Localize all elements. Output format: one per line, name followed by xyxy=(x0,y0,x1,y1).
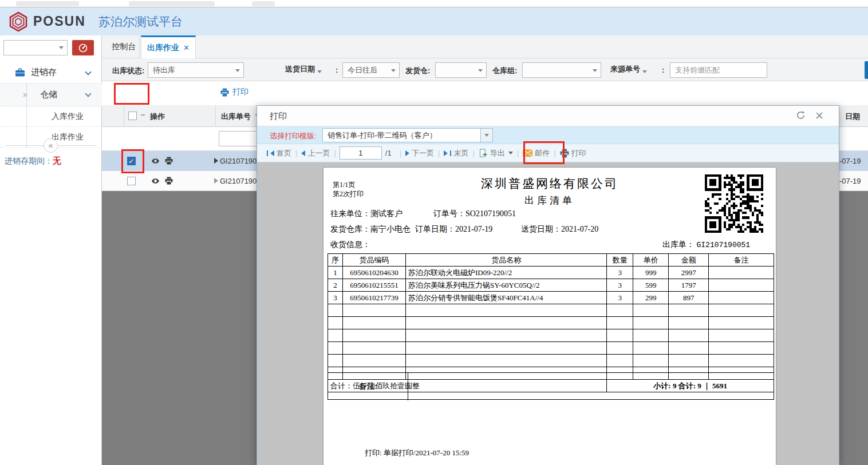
date-field-select[interactable]: 送货日期 xyxy=(285,64,325,74)
prev-page-button[interactable]: 上一页 xyxy=(297,148,334,158)
grid-toolbar: 打印 xyxy=(102,81,868,105)
outbound-no-value: GI2107190051 xyxy=(697,241,751,249)
print-button-label: 打印 xyxy=(232,87,248,97)
cell-qty: 3 xyxy=(607,292,633,304)
chevron-down-icon xyxy=(508,152,513,154)
close-icon[interactable]: ✕ xyxy=(815,109,824,122)
sidebar-item-warehouse[interactable]: » 仓储 xyxy=(0,84,102,106)
period-status: 进销存期间：无 xyxy=(5,156,61,166)
warehouse-value: 南宁小电仓 xyxy=(370,225,411,233)
dialog-print-label: 打印 xyxy=(571,148,586,158)
status-value: 待出库 xyxy=(153,65,175,75)
sidebar-search-select[interactable] xyxy=(3,40,68,55)
cell-remark xyxy=(709,292,774,304)
refresh-icon[interactable] xyxy=(796,110,806,120)
warehouse-select[interactable] xyxy=(435,62,487,78)
col-amount: 金额 xyxy=(669,254,709,267)
date-range-select[interactable]: 今日往后 xyxy=(342,62,400,78)
browser-tab-hint xyxy=(252,1,275,6)
receiver-label: 收货信息： xyxy=(330,240,370,250)
column-header-docno[interactable]: 出库单号 xyxy=(221,112,251,122)
order-date-value: 2021-07-19 xyxy=(455,225,492,233)
first-page-icon xyxy=(270,150,274,156)
col-name: 货品名称 xyxy=(405,254,606,267)
column-header-op[interactable]: 操作 xyxy=(150,112,165,122)
cell-remark xyxy=(709,279,774,292)
gauge-icon xyxy=(78,43,88,53)
next-page-icon xyxy=(405,150,409,156)
chevron-down-icon xyxy=(235,69,240,72)
prev-page-label: 上一页 xyxy=(307,148,330,158)
dialog-titlebar: 打印 ✕ xyxy=(257,106,839,126)
doc-no-cell: GI2107190 xyxy=(220,177,257,185)
printer-icon xyxy=(220,88,229,97)
row-expander-icon[interactable] xyxy=(214,178,218,184)
last-page-button[interactable]: 末页 xyxy=(440,148,472,158)
template-value: 销售订单-打印-带二维码（客户） xyxy=(328,130,437,141)
cell-price: 599 xyxy=(633,279,669,292)
sidebar-item-inbound[interactable]: 入库作业 xyxy=(0,106,102,127)
items-header-row: 序 货品编码 货品名称 数量 单价 金额 备注 xyxy=(328,254,774,267)
select-all-checkbox[interactable] xyxy=(128,112,137,120)
cell-amount: 897 xyxy=(669,292,709,304)
cell-amount: 2997 xyxy=(669,267,709,279)
browser-tab-hint xyxy=(129,1,215,6)
row-print-icon[interactable] xyxy=(165,177,173,185)
brand-name: POSUN xyxy=(33,14,86,29)
sidebar-collapse-button[interactable]: « xyxy=(44,138,58,153)
annotation-box-row-checkbox xyxy=(121,149,144,173)
chevron-down-icon xyxy=(593,69,597,72)
tab-label: 出库作业 xyxy=(147,43,179,53)
colon: : xyxy=(662,66,664,74)
qr-code xyxy=(705,174,763,233)
empty-row xyxy=(328,304,774,317)
tree-guide-line xyxy=(26,84,27,148)
row-print-icon[interactable] xyxy=(165,157,173,165)
last-page-icon xyxy=(450,150,451,156)
col-qty: 数量 xyxy=(607,254,633,267)
view-eye-icon[interactable] xyxy=(151,157,160,165)
export-button[interactable]: 导出 xyxy=(475,148,517,158)
search-button[interactable]: 查询 xyxy=(865,61,868,79)
row-expander-icon[interactable] xyxy=(214,158,218,164)
source-field-select[interactable]: 来源单号 xyxy=(610,64,650,74)
cell-qty: 3 xyxy=(607,279,633,292)
sidebar-item-erp[interactable]: 进销存 xyxy=(0,62,102,84)
col-price: 单价 xyxy=(633,254,669,267)
date-range-value: 今日往后 xyxy=(348,65,377,75)
cell-seq: 2 xyxy=(328,279,343,292)
outbound-line: 出库单： GI2107190051 xyxy=(662,240,750,250)
source-no-input[interactable] xyxy=(670,62,767,78)
sidebar-item-label: 仓储 xyxy=(40,89,57,100)
template-select[interactable]: 销售订单-打印-带二维码（客户） xyxy=(322,128,493,142)
next-page-button[interactable]: 下一页 xyxy=(401,148,438,158)
sidebar: 进销存 » 仓储 入库作业 出库作业 « 进销存期间：无 xyxy=(0,35,102,465)
dashboard-button[interactable] xyxy=(72,40,94,55)
page-number-input[interactable] xyxy=(340,146,382,160)
tab-outbound[interactable]: 出库作业 ✕ xyxy=(141,35,196,58)
chevron-down-icon xyxy=(480,129,492,142)
tab-console[interactable]: 控制台 xyxy=(109,35,140,58)
column-header-date[interactable]: 日期 xyxy=(845,112,860,122)
column-menu-dots[interactable]: .. xyxy=(141,109,145,117)
date-cell: -07-19 xyxy=(839,157,861,165)
close-tab-icon[interactable]: ✕ xyxy=(183,43,190,52)
last-page-label: 末页 xyxy=(453,148,468,158)
chevron-down-icon xyxy=(478,69,483,72)
browser-chrome-strip xyxy=(0,0,868,7)
print-button[interactable]: 打印 xyxy=(220,87,248,97)
view-eye-icon[interactable] xyxy=(151,177,160,185)
order-date-line: 订单日期：2021-07-19 xyxy=(415,224,492,235)
warehouse-group-select[interactable] xyxy=(522,62,601,78)
status-select[interactable]: 待出库 xyxy=(148,62,244,78)
page-total: /1 xyxy=(385,149,392,157)
item-row: 3 6950610217739 苏泊尔分销专供智能电饭煲SF40FC41A//4… xyxy=(328,292,774,304)
first-page-button[interactable]: 首页 xyxy=(263,148,295,158)
cell-remark xyxy=(709,267,774,279)
colon: : xyxy=(336,66,338,74)
cell-code: 6950610217739 xyxy=(342,292,405,304)
row-checkbox[interactable] xyxy=(127,177,136,185)
sidebar-item-label: 进销存 xyxy=(31,67,57,78)
cell-name: 苏泊尔美味系列电压力锅SY-60YC05Q//2 xyxy=(405,279,606,292)
chevron-down-icon xyxy=(642,70,647,73)
